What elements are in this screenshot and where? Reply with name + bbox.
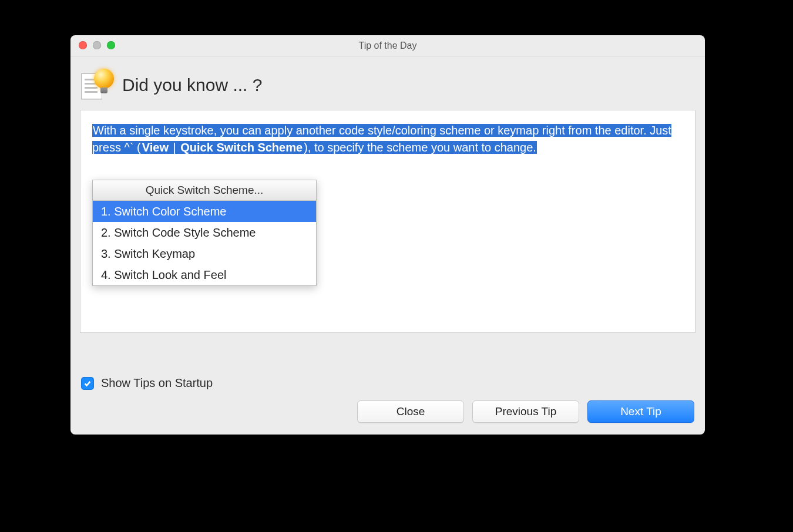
check-icon: [83, 379, 92, 388]
next-tip-button[interactable]: Next Tip: [587, 400, 694, 423]
tip-text-bold: Quick Switch Scheme: [180, 141, 303, 154]
dialog-heading: Did you know ... ?: [122, 75, 262, 95]
quick-switch-popup: Quick Switch Scheme... 1. Switch Color S…: [92, 180, 317, 286]
popup-item[interactable]: 2. Switch Code Style Scheme: [93, 222, 316, 243]
lightbulb-icon: [81, 69, 114, 102]
popup-title: Quick Switch Scheme...: [93, 180, 316, 201]
button-row: Close Previous Tip Next Tip: [81, 400, 694, 423]
show-tips-row: Show Tips on Startup: [81, 376, 694, 390]
dialog-window: Tip of the Day Did you know ... ? With a…: [70, 35, 705, 435]
tip-text: With a single keystroke, you can apply a…: [92, 124, 671, 154]
show-tips-label: Show Tips on Startup: [101, 376, 213, 390]
close-button[interactable]: Close: [357, 400, 464, 423]
dialog-header: Did you know ... ?: [70, 57, 705, 105]
popup-item-selected[interactable]: 1. Switch Color Scheme: [93, 201, 316, 222]
tip-text-sep: |: [169, 141, 180, 154]
window-title: Tip of the Day: [70, 35, 705, 56]
popup-item[interactable]: 4. Switch Look and Feel: [93, 264, 316, 285]
previous-tip-button[interactable]: Previous Tip: [472, 400, 579, 423]
tip-text-part: ), to specify the scheme you want to cha…: [303, 141, 537, 154]
dialog-footer: Show Tips on Startup Close Previous Tip …: [70, 367, 705, 435]
tip-content: With a single keystroke, you can apply a…: [80, 110, 695, 333]
tip-text-bold: View: [142, 141, 169, 154]
titlebar: Tip of the Day: [70, 35, 705, 57]
show-tips-checkbox[interactable]: [81, 377, 94, 390]
popup-item[interactable]: 3. Switch Keymap: [93, 243, 316, 264]
